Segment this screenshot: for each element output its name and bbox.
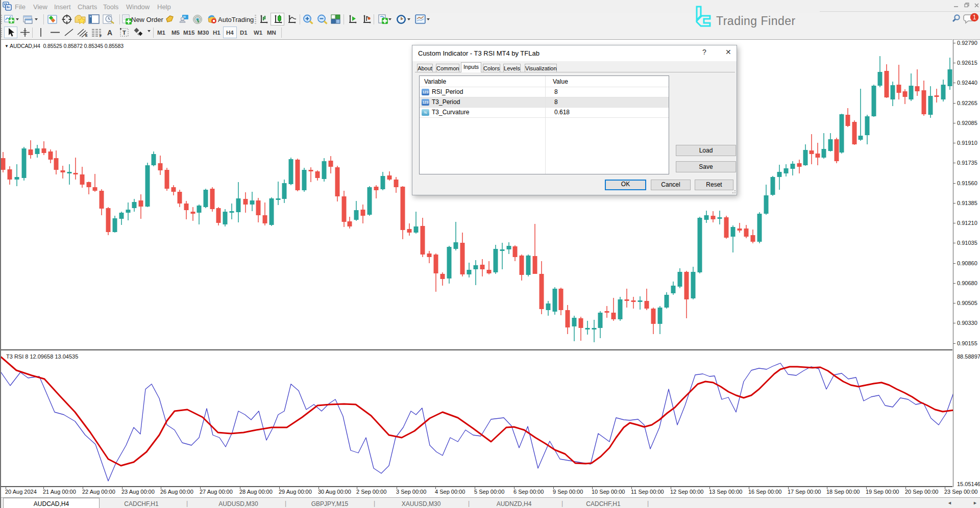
svg-text:1: 1 xyxy=(973,14,976,21)
svg-text:T: T xyxy=(122,30,126,36)
svg-text:E: E xyxy=(85,34,88,37)
svg-text:F: F xyxy=(100,34,102,37)
